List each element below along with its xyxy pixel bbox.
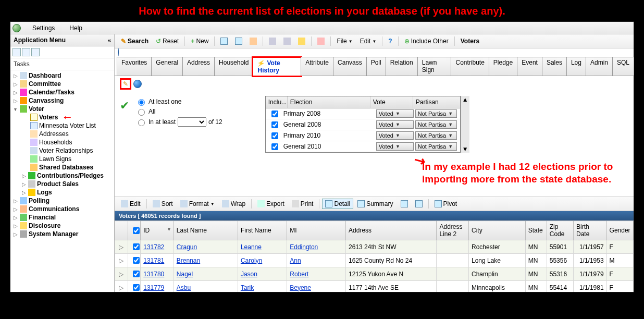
tab-general[interactable]: General bbox=[151, 57, 183, 76]
firstname-link[interactable]: Carolyn bbox=[241, 257, 262, 264]
row-checkbox[interactable] bbox=[133, 284, 140, 291]
vote-dropdown[interactable]: Voted▼ bbox=[376, 109, 414, 118]
table-row[interactable]: ▷131781BrennanCarolynAnn1625 County Rd N… bbox=[115, 254, 634, 267]
election-row[interactable]: General 2010Voted▼Not Partisa▼ bbox=[266, 141, 460, 152]
nav-lawnsigns[interactable]: Lawn Signs bbox=[10, 155, 114, 163]
vote-dropdown[interactable]: Voted▼ bbox=[376, 131, 414, 140]
view1-button[interactable] bbox=[217, 36, 231, 46]
saveas-button[interactable] bbox=[280, 36, 294, 46]
lastname-link[interactable]: Nagel bbox=[177, 271, 193, 278]
nav-back-button[interactable] bbox=[118, 48, 119, 56]
select-cell[interactable] bbox=[128, 281, 141, 292]
vote-dropdown[interactable]: Voted▼ bbox=[376, 142, 414, 151]
id-link[interactable]: 131779 bbox=[143, 284, 164, 291]
col-vote[interactable]: Vote bbox=[370, 96, 413, 108]
grid-edit[interactable]: Edit bbox=[118, 199, 144, 209]
view2-button[interactable] bbox=[232, 36, 245, 46]
partisan-dropdown[interactable]: Not Partisa▼ bbox=[415, 142, 457, 151]
expand-cell[interactable]: ▷ bbox=[115, 267, 128, 281]
file-menu[interactable]: File ▼ bbox=[333, 36, 355, 46]
partisan-dropdown[interactable]: Not Partisa▼ bbox=[415, 131, 457, 140]
tab-admin[interactable]: Admin bbox=[586, 57, 613, 76]
expand-cell[interactable]: ▷ bbox=[115, 240, 128, 254]
help-toolbar-button[interactable]: ? bbox=[385, 36, 395, 46]
election-row[interactable]: Primary 2008Voted▼Not Partisa▼ bbox=[266, 108, 460, 119]
tab-log[interactable]: Log bbox=[566, 57, 586, 76]
election-include-checkbox[interactable] bbox=[271, 132, 278, 139]
col-lastname[interactable]: Last Name bbox=[174, 221, 238, 240]
nav-sysmgr[interactable]: ▷System Manager bbox=[10, 230, 114, 238]
tab-poll[interactable]: Poll bbox=[366, 57, 386, 76]
row-checkbox[interactable] bbox=[133, 271, 140, 277]
col-city[interactable]: City bbox=[468, 221, 525, 240]
table-row[interactable]: ▷131780NagelJasonRobert12125 Yukon Ave N… bbox=[115, 267, 634, 281]
id-link[interactable]: 131782 bbox=[143, 243, 164, 251]
tab-canvass[interactable]: Canvass bbox=[333, 57, 367, 76]
col-election[interactable]: Election bbox=[288, 96, 370, 108]
tab-lawnsign[interactable]: Lawn Sign bbox=[417, 57, 452, 76]
nav-shareddb[interactable]: Shared Databases bbox=[10, 163, 114, 171]
election-row[interactable]: Primary 2010Voted▼Not Partisa▼ bbox=[266, 130, 460, 141]
mi-link[interactable]: Robert bbox=[290, 271, 308, 278]
lastname-link[interactable]: Cragun bbox=[177, 243, 197, 251]
nav-canvassing[interactable]: ▷Canvassing bbox=[10, 96, 114, 105]
tab-household[interactable]: Household bbox=[214, 57, 253, 76]
tab-vote-history[interactable]: ⚡Vote History bbox=[253, 57, 301, 76]
col-include[interactable]: Inclu... bbox=[266, 96, 288, 108]
col-mi[interactable]: MI bbox=[287, 221, 346, 240]
nav-addresses[interactable]: Addresses bbox=[10, 130, 114, 138]
lastname-link[interactable]: Asbu bbox=[177, 284, 191, 291]
firstname-link[interactable]: Leanne bbox=[241, 243, 262, 251]
grid-format[interactable]: Format ▼ bbox=[177, 199, 218, 209]
nav-dashboard[interactable]: ▷Dashboard bbox=[10, 71, 114, 80]
folder-button[interactable] bbox=[246, 36, 260, 46]
tab-relation[interactable]: Relation bbox=[386, 57, 418, 76]
lastname-link[interactable]: Brennan bbox=[177, 257, 200, 264]
view-icon-1[interactable] bbox=[13, 48, 21, 56]
grid-summary[interactable]: Summary bbox=[354, 199, 396, 209]
nav-sales[interactable]: ▷Product Sales bbox=[10, 180, 114, 188]
count-select[interactable] bbox=[178, 117, 206, 127]
nav-financial[interactable]: ▷Financial bbox=[10, 213, 114, 222]
radio-atleastone[interactable]: At least one bbox=[135, 97, 222, 106]
col-address[interactable]: Address bbox=[346, 221, 437, 240]
nav-calendar[interactable]: ▷Calendar/Tasks bbox=[10, 88, 114, 96]
select-cell[interactable] bbox=[128, 254, 141, 267]
mi-link[interactable]: Eddington bbox=[290, 243, 318, 251]
firstname-link[interactable]: Jason bbox=[241, 271, 257, 278]
mi-link[interactable]: Ann bbox=[290, 257, 301, 264]
table-row[interactable]: ▷131782CragunLeanneEddington2613 24th St… bbox=[115, 240, 634, 254]
col-select[interactable] bbox=[128, 221, 141, 240]
col-partisan[interactable]: Partisan bbox=[413, 96, 460, 108]
grid-print[interactable]: Print bbox=[289, 199, 317, 209]
grid-split2[interactable] bbox=[412, 199, 426, 209]
nav-relationships[interactable]: Voter Relationships bbox=[10, 146, 114, 155]
partisan-dropdown[interactable]: Not Partisa▼ bbox=[415, 109, 457, 118]
collapse-icon[interactable]: « bbox=[108, 37, 111, 43]
grid-split1[interactable] bbox=[398, 199, 411, 209]
edit-menu[interactable]: Edit ▼ bbox=[357, 36, 380, 46]
delete-button[interactable] bbox=[314, 36, 328, 46]
select-cell[interactable] bbox=[128, 267, 141, 281]
select-cell[interactable] bbox=[128, 240, 141, 254]
radio-inatleast[interactable]: In at least of 12 bbox=[135, 117, 222, 127]
tab-favorites[interactable]: Favorites bbox=[117, 57, 152, 76]
mi-link[interactable]: Beyene bbox=[290, 284, 311, 291]
info-button[interactable] bbox=[133, 80, 142, 88]
tab-attribute[interactable]: Attribute bbox=[301, 57, 333, 76]
col-addr2[interactable]: Address Line 2 bbox=[437, 221, 469, 240]
grid-pivot[interactable]: Pivot bbox=[431, 199, 461, 209]
col-gender[interactable]: Gender bbox=[606, 221, 633, 240]
nav-mnvoter[interactable]: Minnesota Voter List bbox=[10, 121, 114, 130]
col-zip[interactable]: Zip Code bbox=[547, 221, 573, 240]
nav-disclosure[interactable]: ▷Disclosure bbox=[10, 222, 114, 230]
grid-export[interactable]: Export bbox=[254, 199, 288, 209]
tab-pledge[interactable]: Pledge bbox=[489, 57, 517, 76]
election-include-checkbox[interactable] bbox=[271, 111, 278, 117]
col-firstname[interactable]: First Name bbox=[238, 221, 287, 240]
nav-households[interactable]: Households bbox=[10, 138, 114, 146]
id-link[interactable]: 131780 bbox=[143, 271, 164, 278]
radio-all[interactable]: All bbox=[135, 107, 222, 116]
col-id[interactable]: ID▼ bbox=[141, 221, 174, 240]
expand-cell[interactable]: ▷ bbox=[115, 281, 128, 292]
